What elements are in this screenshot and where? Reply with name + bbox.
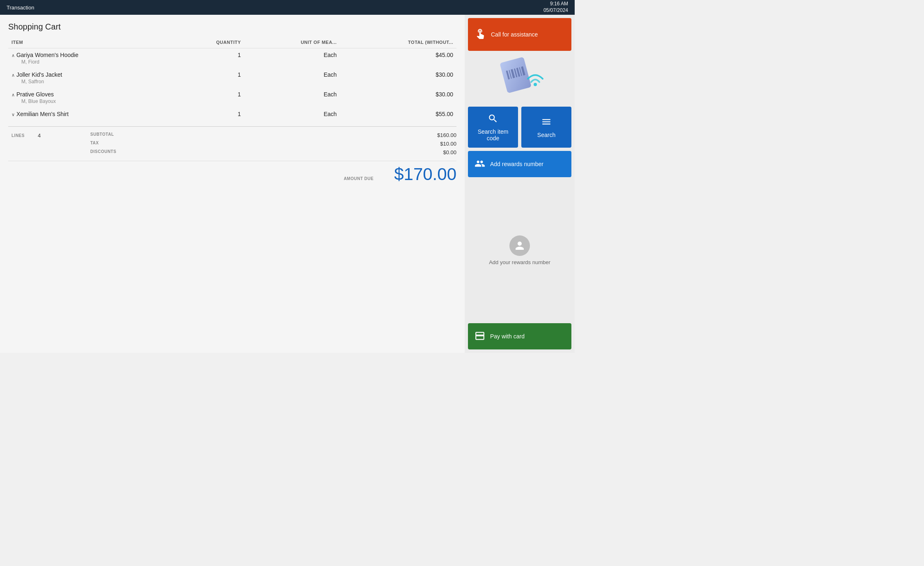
uom-col-header: UNIT OF MEA... bbox=[244, 37, 340, 48]
discounts-row: DISCOUNTS $0.00 bbox=[90, 148, 456, 157]
datetime-display: 9:16 AM 05/07/2024 bbox=[543, 1, 568, 14]
amount-due-value: $170.00 bbox=[394, 164, 456, 184]
cart-bottom: LINES 4 SUBTOTAL $160.00 TAX $10.00 DISC… bbox=[8, 126, 456, 184]
item-name-cell: ∧ Joller Kid's Jacket bbox=[8, 68, 174, 79]
search-item-code-label: Search item code bbox=[471, 128, 515, 142]
item-col-header: ITEM bbox=[8, 37, 174, 48]
qty-col-header: QUANTITY bbox=[174, 37, 244, 48]
lines-label: LINES bbox=[11, 133, 25, 138]
main-container: Shopping Cart ITEM QUANTITY UNIT OF MEA.… bbox=[0, 15, 575, 353]
collapse-icon[interactable]: ∧ bbox=[11, 73, 15, 78]
item-quantity: 1 bbox=[174, 68, 244, 79]
tax-row: TAX $10.00 bbox=[90, 139, 456, 148]
item-quantity: 1 bbox=[174, 88, 244, 98]
amount-due-section: AMOUNT DUE $170.00 bbox=[8, 161, 456, 184]
pay-with-card-button[interactable]: Pay with card bbox=[468, 323, 571, 349]
rewards-placeholder-text: Add your rewards number bbox=[489, 259, 550, 265]
total-col-header: TOTAL (WITHOUT... bbox=[340, 37, 456, 48]
search-menu-icon bbox=[541, 116, 552, 128]
item-name: Gariya Women's Hoodie bbox=[16, 52, 78, 58]
item-name-cell: ∧ Gariya Women's Hoodie bbox=[8, 48, 174, 59]
expand-icon[interactable]: ∨ bbox=[11, 112, 15, 117]
item-name-cell: ∧ Prative Gloves bbox=[8, 88, 174, 98]
cart-panel: Shopping Cart ITEM QUANTITY UNIT OF MEA.… bbox=[0, 15, 465, 353]
amount-due-label: AMOUNT DUE bbox=[344, 176, 374, 184]
cart-title: Shopping Cart bbox=[8, 22, 456, 32]
table-row: ∧ Prative Gloves 1 Each $30.00 bbox=[8, 88, 456, 98]
subtotal-label: SUBTOTAL bbox=[90, 132, 114, 138]
lines-info: LINES 4 bbox=[8, 131, 90, 157]
rewards-avatar bbox=[509, 235, 530, 256]
table-row: ∧ Gariya Women's Hoodie 1 Each $45.00 bbox=[8, 48, 456, 59]
table-row-subtext: M, Saffron bbox=[8, 79, 456, 88]
time-display: 9:16 AM bbox=[543, 1, 568, 7]
item-total: $30.00 bbox=[340, 68, 456, 79]
call-assistance-label: Call for assistance bbox=[491, 31, 538, 38]
item-subtext: M, Blue Bayoux bbox=[8, 98, 456, 107]
item-name: Xemilian Men's Shirt bbox=[16, 111, 69, 117]
tax-value: $10.00 bbox=[440, 141, 456, 147]
totals-section: SUBTOTAL $160.00 TAX $10.00 DISCOUNTS $0… bbox=[90, 131, 456, 157]
title-bar: Transaction 9:16 AM 05/07/2024 bbox=[0, 0, 575, 15]
table-row-subtext: M, Fiord bbox=[8, 59, 456, 68]
item-uom: Each bbox=[244, 48, 340, 59]
item-name-cell: ∨ Xemilian Men's Shirt bbox=[8, 107, 174, 118]
item-total: $30.00 bbox=[340, 88, 456, 98]
rewards-icon bbox=[475, 158, 485, 170]
item-subtext: M, Fiord bbox=[8, 59, 456, 68]
add-rewards-number-button[interactable]: Add rewards number bbox=[468, 151, 571, 177]
search-code-icon bbox=[488, 113, 498, 125]
rewards-number-section: Add your rewards number bbox=[468, 180, 571, 320]
pay-card-label: Pay with card bbox=[490, 333, 525, 340]
item-uom: Each bbox=[244, 88, 340, 98]
item-total: $55.00 bbox=[340, 107, 456, 118]
item-uom: Each bbox=[244, 68, 340, 79]
app-title: Transaction bbox=[7, 5, 34, 11]
call-assistance-button[interactable]: Call for assistance bbox=[468, 18, 571, 51]
subtotal-row: SUBTOTAL $160.00 bbox=[90, 131, 456, 139]
svg-point-8 bbox=[534, 83, 537, 86]
search-label: Search bbox=[537, 132, 555, 138]
item-name: Joller Kid's Jacket bbox=[16, 71, 62, 78]
item-uom: Each bbox=[244, 107, 340, 118]
search-item-code-button[interactable]: Search item code bbox=[468, 107, 518, 148]
lines-value: 4 bbox=[38, 132, 41, 139]
search-buttons-row: Search item code Search bbox=[468, 107, 571, 148]
subtotal-value: $160.00 bbox=[437, 132, 456, 138]
item-total: $45.00 bbox=[340, 48, 456, 59]
add-rewards-label: Add rewards number bbox=[490, 161, 543, 167]
item-quantity: 1 bbox=[174, 107, 244, 118]
table-row: ∧ Joller Kid's Jacket 1 Each $30.00 bbox=[8, 68, 456, 79]
table-row: ∨ Xemilian Men's Shirt 1 Each $55.00 bbox=[8, 107, 456, 118]
table-header-row: ITEM QUANTITY UNIT OF MEA... TOTAL (WITH… bbox=[8, 37, 456, 48]
item-quantity: 1 bbox=[174, 48, 244, 59]
collapse-icon[interactable]: ∧ bbox=[11, 53, 15, 58]
discounts-value: $0.00 bbox=[443, 149, 456, 155]
discounts-label: DISCOUNTS bbox=[90, 149, 116, 155]
bottom-info: LINES 4 SUBTOTAL $160.00 TAX $10.00 DISC… bbox=[8, 126, 456, 157]
scanner-illustration bbox=[468, 54, 571, 103]
search-button[interactable]: Search bbox=[521, 107, 571, 148]
right-panel: Call for assistance bbox=[465, 15, 575, 353]
table-row-subtext: M, Blue Bayoux bbox=[8, 98, 456, 107]
collapse-icon[interactable]: ∧ bbox=[11, 92, 15, 97]
date-display: 05/07/2024 bbox=[543, 7, 568, 14]
cart-table: ITEM QUANTITY UNIT OF MEA... TOTAL (WITH… bbox=[8, 37, 456, 118]
tax-label: TAX bbox=[90, 141, 99, 147]
item-name: Prative Gloves bbox=[16, 91, 54, 98]
card-icon bbox=[475, 332, 485, 341]
hand-icon bbox=[475, 27, 486, 41]
item-subtext: M, Saffron bbox=[8, 79, 456, 88]
